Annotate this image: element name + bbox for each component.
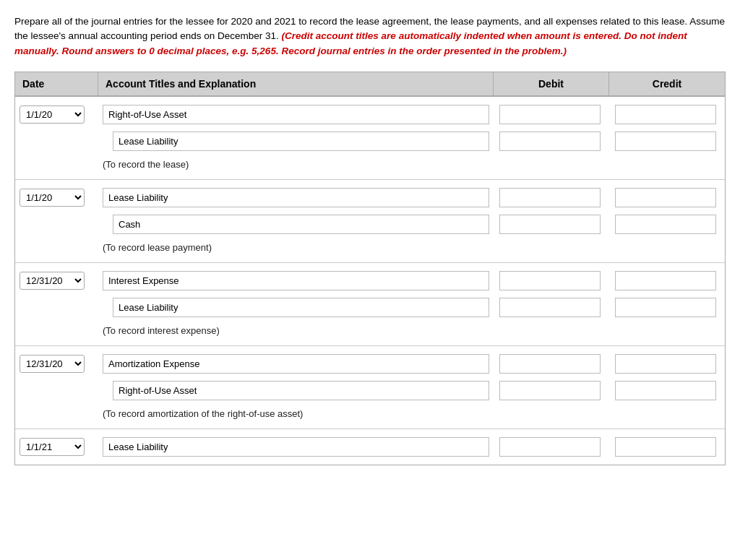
date-cell-1-2 [15,139,98,142]
account-input-3-1[interactable] [103,271,489,290]
credit-input-4-1[interactable] [615,354,716,374]
account-input-3-2[interactable] [113,298,489,317]
account-cell-1-2[interactable] [98,130,494,152]
debit-input-3-2[interactable] [499,298,601,317]
account-input-4-2[interactable] [113,381,489,400]
credit-cell-5-1[interactable] [609,436,725,458]
debit-cell-4-1[interactable] [494,353,609,375]
entry-group-4: 1/1/20 1/1/21 12/31/20 12/31/21 [15,346,725,429]
credit-input-2-1[interactable] [615,188,716,207]
account-input-1-2[interactable] [113,132,489,151]
entry-group-2: 1/1/20 1/1/21 12/31/20 12/31/21 [15,180,725,263]
credit-cell-1-1[interactable] [609,103,725,126]
debit-input-4-2[interactable] [499,381,601,400]
entry-line-2-2 [15,211,725,238]
note-text-1: (To record the lease) [98,157,725,173]
date-select-2[interactable]: 1/1/20 1/1/21 12/31/20 12/31/21 [20,189,85,207]
entry-line-1-1: 1/1/20 1/1/21 12/31/20 12/31/21 [15,101,725,128]
credit-input-5-1[interactable] [615,437,716,457]
debit-cell-2-2[interactable] [494,213,609,236]
debit-input-4-1[interactable] [499,354,601,374]
account-cell-4-1[interactable] [98,353,494,375]
credit-cell-4-2[interactable] [609,379,725,402]
credit-input-3-2[interactable] [615,298,716,317]
credit-cell-3-2[interactable] [609,296,725,319]
account-input-4-1[interactable] [103,354,489,374]
account-input-2-2[interactable] [113,215,489,234]
debit-cell-3-2[interactable] [494,296,609,319]
date-select-4[interactable]: 1/1/20 1/1/21 12/31/20 12/31/21 [20,355,85,373]
entry-line-1-2 [15,128,725,155]
date-select-3[interactable]: 1/1/20 1/1/21 12/31/20 12/31/21 [20,272,85,290]
entry-group-5: 1/1/20 1/1/21 12/31/20 12/31/21 [15,429,725,465]
date-spacer-4 [15,413,98,415]
debit-cell-5-1[interactable] [494,436,609,458]
date-spacer-2 [15,246,98,249]
date-cell-5-1[interactable]: 1/1/20 1/1/21 12/31/20 12/31/21 [15,436,98,457]
entry-note-1: (To record the lease) [15,155,725,175]
date-cell-3-1[interactable]: 1/1/20 1/1/21 12/31/20 12/31/21 [15,270,98,291]
debit-input-1-2[interactable] [499,132,601,151]
debit-input-1-1[interactable] [499,105,601,124]
header-date: Date [15,72,98,95]
credit-cell-2-1[interactable] [609,186,725,209]
debit-input-3-1[interactable] [499,271,601,290]
entry-note-3: (To record interest expense) [15,321,725,341]
account-cell-1-1[interactable] [98,103,494,126]
journal-table: Date Account Titles and Explanation Debi… [14,72,726,465]
credit-input-1-2[interactable] [615,132,716,151]
date-cell-2-1[interactable]: 1/1/20 1/1/21 12/31/20 12/31/21 [15,187,98,208]
entry-line-2-1: 1/1/20 1/1/21 12/31/20 12/31/21 [15,184,725,211]
debit-cell-3-1[interactable] [494,270,609,292]
account-input-2-1[interactable] [103,188,489,207]
debit-input-5-1[interactable] [499,437,601,457]
entry-group-1: 1/1/20 1/1/21 12/31/20 12/31/21 [15,97,725,180]
debit-cell-2-1[interactable] [494,186,609,209]
account-cell-5-1[interactable] [98,436,494,458]
debit-cell-1-1[interactable] [494,103,609,126]
account-cell-4-2[interactable] [98,379,494,402]
entry-note-4: (To record amortization of the right-of-… [15,404,725,424]
credit-cell-2-2[interactable] [609,213,725,236]
date-select-1[interactable]: 1/1/20 1/1/21 12/31/20 12/31/21 [20,105,85,124]
account-cell-2-2[interactable] [98,213,494,236]
account-cell-3-2[interactable] [98,296,494,319]
account-input-1-1[interactable] [103,105,489,124]
debit-input-2-1[interactable] [499,188,601,207]
credit-cell-1-2[interactable] [609,130,725,152]
account-input-5-1[interactable] [103,437,489,457]
header-credit: Credit [609,72,725,95]
instructions-block: Prepare all of the journal entries for t… [14,14,726,59]
date-cell-2-2 [15,223,98,225]
date-spacer-1 [15,163,98,166]
debit-cell-1-2[interactable] [494,130,609,152]
entry-line-3-1: 1/1/20 1/1/21 12/31/20 12/31/21 [15,267,725,294]
note-text-4: (To record amortization of the right-of-… [98,406,725,422]
credit-cell-4-1[interactable] [609,353,725,375]
date-cell-4-2 [15,389,98,392]
entry-note-2: (To record lease payment) [15,238,725,258]
date-select-5[interactable]: 1/1/20 1/1/21 12/31/20 12/31/21 [20,438,85,456]
account-cell-2-1[interactable] [98,186,494,209]
note-text-3: (To record interest expense) [98,323,725,339]
credit-cell-3-1[interactable] [609,270,725,292]
note-text-2: (To record lease payment) [98,240,725,256]
header-account: Account Titles and Explanation [98,72,494,95]
date-cell-1-1[interactable]: 1/1/20 1/1/21 12/31/20 12/31/21 [15,104,98,125]
entry-line-4-2 [15,377,725,404]
credit-input-4-2[interactable] [615,381,716,400]
date-cell-3-2 [15,306,98,309]
debit-cell-4-2[interactable] [494,379,609,402]
credit-input-1-1[interactable] [615,105,716,124]
header-debit: Debit [494,72,609,95]
entry-line-4-1: 1/1/20 1/1/21 12/31/20 12/31/21 [15,350,725,377]
credit-input-3-1[interactable] [615,271,716,290]
debit-input-2-2[interactable] [499,215,601,234]
table-header-row: Date Account Titles and Explanation Debi… [15,72,725,97]
account-cell-3-1[interactable] [98,270,494,292]
credit-input-2-2[interactable] [615,215,716,234]
entry-line-5-1: 1/1/20 1/1/21 12/31/20 12/31/21 [15,434,725,460]
entry-group-3: 1/1/20 1/1/21 12/31/20 12/31/21 [15,263,725,346]
date-cell-4-1[interactable]: 1/1/20 1/1/21 12/31/20 12/31/21 [15,353,98,374]
date-spacer-3 [15,329,98,332]
